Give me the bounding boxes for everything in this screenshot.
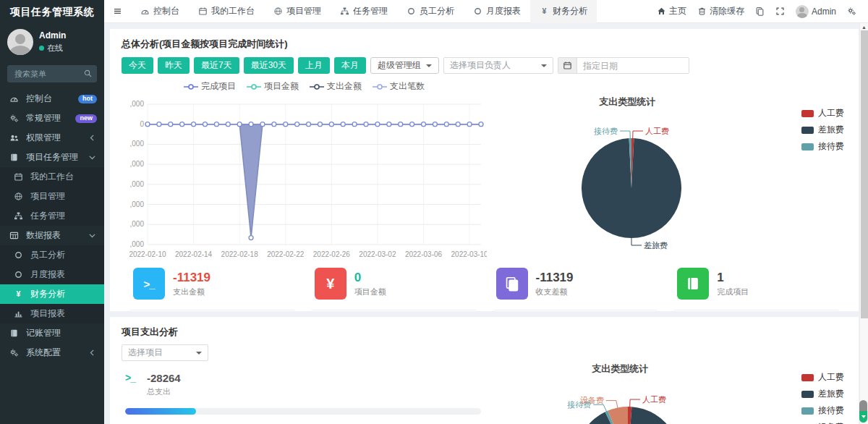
data-point[interactable] xyxy=(410,122,414,127)
data-point[interactable] xyxy=(214,122,218,127)
sidebar-item-general[interactable]: 常规管理new xyxy=(0,109,104,128)
tab-label: 控制台 xyxy=(153,5,179,17)
pie-chart-svg[interactable]: 人工费差旅费接待费 xyxy=(487,109,791,262)
circle-icon xyxy=(14,270,26,279)
quick-filter-button-4[interactable]: 上月 xyxy=(298,57,330,74)
tab-project[interactable]: 项目管理 xyxy=(264,0,331,23)
fixbar-top-button[interactable] xyxy=(859,400,867,411)
sidebar-item-project-report[interactable]: 项目报表 xyxy=(0,304,104,323)
pie-legend-item[interactable]: 设备费 xyxy=(801,421,844,424)
quick-filter-button-5[interactable]: 本月 xyxy=(334,57,366,74)
sidebar-item-finance[interactable]: ¥财务分析 xyxy=(0,284,104,304)
scroll-up-arrow[interactable]: ▲ xyxy=(860,23,868,30)
line-chart-svg[interactable]: 2022-02-102022-02-142022-02-182022-02-22… xyxy=(122,94,487,262)
data-point[interactable] xyxy=(157,122,161,127)
date-input[interactable] xyxy=(577,58,689,73)
sidebar-item-task[interactable]: 任务管理 xyxy=(0,206,104,226)
tab-workbench[interactable]: 我的工作台 xyxy=(189,0,264,23)
sidebar-item-project-task[interactable]: 项目任务管理 xyxy=(0,148,104,167)
data-point[interactable] xyxy=(329,122,333,127)
settings-gear-button[interactable] xyxy=(847,7,856,16)
tab-label: 员工分析 xyxy=(420,5,454,17)
project-select[interactable]: 选择项目 xyxy=(122,344,208,361)
sidebar-item-ledger[interactable]: 记账管理 xyxy=(0,323,104,343)
pie-legend-item[interactable]: 差旅费 xyxy=(801,388,844,400)
user-menu[interactable]: Admin xyxy=(796,5,836,18)
sidebar-item-console[interactable]: 控制台hot xyxy=(0,89,104,109)
data-point[interactable] xyxy=(192,122,196,127)
data-point[interactable] xyxy=(237,122,242,127)
quick-filter-button-3[interactable]: 最近30天 xyxy=(244,57,294,74)
data-point[interactable] xyxy=(318,122,322,127)
calendar-icon[interactable] xyxy=(558,58,577,73)
tab-label: 月度报表 xyxy=(486,5,521,17)
data-point[interactable] xyxy=(272,122,276,127)
sidebar-item-reports[interactable]: 数据报表 xyxy=(0,226,104,245)
pie-legend-item[interactable]: 差旅费 xyxy=(801,124,844,136)
data-point[interactable] xyxy=(375,122,380,127)
data-point[interactable] xyxy=(169,122,173,127)
vertical-scrollbar[interactable]: ▲ xyxy=(859,23,868,424)
owner-select[interactable]: 选择项目负责人 xyxy=(443,57,553,74)
data-point[interactable] xyxy=(145,122,150,127)
tab-employee[interactable]: 员工分析 xyxy=(397,0,464,23)
data-point[interactable] xyxy=(307,122,311,127)
sidebar-item-permission[interactable]: 权限管理 xyxy=(0,128,104,148)
pie-legend-item[interactable]: 接待费 xyxy=(801,140,844,153)
data-point[interactable] xyxy=(467,122,472,127)
quick-filter-button-2[interactable]: 最近7天 xyxy=(194,57,239,74)
home-icon xyxy=(657,7,666,16)
data-point[interactable] xyxy=(399,122,403,127)
data-point[interactable] xyxy=(387,122,391,127)
hamburger-icon[interactable] xyxy=(104,7,131,16)
legend-item[interactable]: 完成项目 xyxy=(184,80,236,93)
pie-legend-item[interactable]: 人工费 xyxy=(801,107,844,119)
pie-legend-item[interactable]: 接待费 xyxy=(801,404,844,417)
data-point[interactable] xyxy=(295,122,299,127)
data-point[interactable] xyxy=(226,122,230,127)
data-point[interactable] xyxy=(479,122,483,127)
home-button[interactable]: 主页 xyxy=(657,5,686,17)
data-point[interactable] xyxy=(422,122,426,127)
data-point[interactable] xyxy=(249,122,253,127)
sidebar-item-monthly[interactable]: 月度报表 xyxy=(0,265,104,284)
group-dropdown[interactable]: 超级管理组 xyxy=(370,57,439,74)
navbar-right: 主页 清除缓存 Admin xyxy=(657,5,868,18)
pie-legend-item[interactable]: 人工费 xyxy=(801,371,844,383)
data-point[interactable] xyxy=(364,122,368,127)
data-point[interactable] xyxy=(203,122,207,127)
clear-cache-button[interactable]: 清除缓存 xyxy=(697,5,744,17)
data-point[interactable] xyxy=(260,122,265,127)
search-icon[interactable] xyxy=(83,69,93,78)
scroll-down-button[interactable] xyxy=(859,411,867,423)
tab-task[interactable]: 任务管理 xyxy=(331,0,397,23)
copy-button[interactable] xyxy=(755,7,765,16)
fixbar-widget[interactable] xyxy=(859,400,867,423)
data-point[interactable] xyxy=(456,122,460,127)
tab-console[interactable]: 控制台 xyxy=(131,0,189,23)
sidebar-item-system[interactable]: 系统配置 xyxy=(0,343,104,362)
data-point[interactable] xyxy=(341,122,345,127)
data-point[interactable] xyxy=(444,122,448,127)
sidebar-item-employee[interactable]: 员工分析 xyxy=(0,245,104,265)
sidebar-item-project[interactable]: 项目管理 xyxy=(0,187,104,206)
data-point[interactable] xyxy=(433,122,437,127)
svg-text:2022-02-22: 2022-02-22 xyxy=(267,250,305,258)
data-point[interactable] xyxy=(249,236,253,240)
scrollbar-thumb[interactable] xyxy=(861,30,868,318)
quick-filter-button-0[interactable]: 今天 xyxy=(122,57,153,74)
legend-item[interactable]: 支出笔数 xyxy=(373,80,425,93)
tab-monthly[interactable]: 月度报表 xyxy=(464,0,530,23)
quick-filter-button-1[interactable]: 昨天 xyxy=(158,57,190,74)
svg-text:,000: ,000 xyxy=(130,160,145,168)
legend-item[interactable]: 项目金额 xyxy=(247,80,299,93)
data-point[interactable] xyxy=(352,122,357,127)
pie-chart-svg[interactable]: 人工费差旅费接待费设备费 xyxy=(487,377,791,424)
tab-finance[interactable]: ¥财务分析 xyxy=(530,0,597,23)
data-point[interactable] xyxy=(284,122,288,127)
sidebar-item-workbench[interactable]: 我的工作台 xyxy=(0,167,104,187)
fullscreen-button[interactable] xyxy=(775,7,785,16)
sidebar-item-label: 项目任务管理 xyxy=(26,151,78,164)
legend-item[interactable]: 支出金额 xyxy=(310,80,362,93)
data-point[interactable] xyxy=(180,122,184,127)
